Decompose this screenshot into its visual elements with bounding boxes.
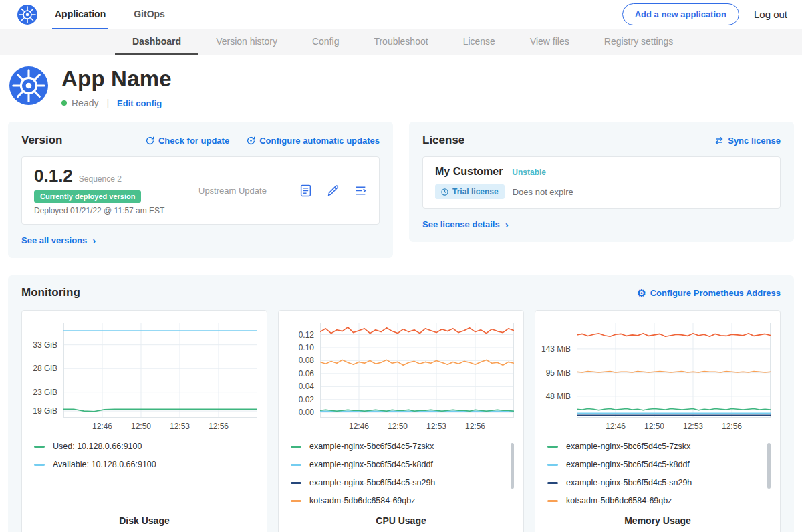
legend-item: Used: 10.128.0.66:9100 [34, 442, 249, 451]
subnav-tab-config[interactable]: Config [295, 29, 356, 55]
cpu-usage-chart-card: 0.120.100.080.060.040.020.00 12:4612:501… [278, 310, 524, 532]
trial-license-badge: Trial license [435, 184, 505, 199]
see-license-details-label: See license details [422, 219, 500, 229]
logout-link[interactable]: Log out [754, 9, 787, 20]
legend-item: example-nginx-5bc6f5d4c5-sn29h [291, 478, 506, 487]
sync-license-label: Sync license [728, 136, 781, 146]
chevron-right-icon: › [92, 235, 96, 245]
subnav-tab-troubleshoot[interactable]: Troubleshoot [356, 29, 445, 55]
legend-swatch [291, 482, 301, 484]
topnav-tab-application[interactable]: Application [52, 0, 108, 29]
edit-config-icon[interactable] [327, 184, 340, 197]
see-all-versions-label: See all versions [21, 235, 87, 245]
app-subnav: Dashboard Version history Config Trouble… [0, 29, 802, 55]
current-version-card: 0.1.2 Sequence 2 Currently deployed vers… [21, 156, 380, 225]
legend-scrollbar[interactable] [511, 443, 514, 489]
license-panel: License Sync license My Customer Unstabl… [409, 122, 794, 242]
see-all-versions-link[interactable]: See all versions › [21, 235, 96, 245]
subnav-tab-license[interactable]: License [446, 29, 513, 55]
disk-usage-plot [63, 323, 257, 418]
legend-swatch [547, 500, 558, 502]
disk-x-axis-labels: 12:4612:5012:5312:56 [63, 418, 257, 432]
legend-item: example-nginx-5bc6f5d4c5-k8ddf [547, 460, 763, 469]
configure-prometheus-link[interactable]: ⚙ Configure Prometheus Address [637, 288, 781, 298]
legend-item: example-nginx-5bc6f5d4c5-7zskx [547, 442, 763, 451]
memory-legend: example-nginx-5bc6f5d4c5-7zskx example-n… [547, 442, 771, 505]
monitoring-panel: Monitoring ⚙ Configure Prometheus Addres… [8, 275, 794, 532]
chart-title: Disk Usage [31, 509, 257, 527]
version-number: 0.1.2 [34, 166, 73, 186]
disk-y-axis-labels: 33 GiB28 GiB23 GiB19 GiB [31, 323, 63, 418]
edit-config-link[interactable]: Edit config [117, 98, 162, 108]
trial-license-label: Trial license [452, 187, 499, 196]
legend-label: example-nginx-5bc6f5d4c5-k8ddf [309, 460, 433, 469]
memory-usage-plot [577, 323, 771, 418]
configure-automatic-updates-link[interactable]: Configure automatic updates [247, 136, 380, 146]
legend-swatch [547, 482, 558, 484]
sync-icon [714, 137, 724, 144]
app-title: App Name [61, 66, 172, 92]
legend-scrollbar[interactable] [767, 443, 771, 489]
license-panel-title: License [422, 134, 464, 147]
configure-automatic-updates-label: Configure automatic updates [259, 136, 380, 146]
check-for-update-link[interactable]: Check for update [146, 136, 229, 146]
subnav-tab-version-history[interactable]: Version history [198, 29, 295, 55]
upstream-update-label: Upstream Update [198, 186, 267, 196]
cpu-legend: example-nginx-5bc6f5d4c5-7zskx example-n… [291, 442, 514, 505]
topnav-tab-gitops[interactable]: GitOps [131, 0, 168, 29]
app-logo-icon [9, 66, 61, 105]
subnav-tab-registry-settings[interactable]: Registry settings [587, 29, 690, 55]
legend-item: example-nginx-5bc6f5d4c5-k8ddf [291, 460, 506, 469]
memory-x-axis-labels: 12:4612:5012:5312:56 [577, 418, 771, 432]
configure-prometheus-label: Configure Prometheus Address [650, 288, 781, 298]
legend-item: kotsadm-5db6dc6584-69qbz [547, 496, 763, 505]
legend-swatch [547, 464, 558, 466]
chart-title: CPU Usage [288, 509, 514, 527]
legend-item: Available: 10.128.0.66:9100 [34, 460, 249, 469]
check-for-update-label: Check for update [158, 136, 229, 146]
status-dot [61, 100, 67, 106]
release-notes-icon[interactable] [299, 184, 312, 197]
add-application-button[interactable]: Add a new application [622, 3, 739, 25]
license-card: My Customer Unstable Trial license Does … [422, 156, 781, 209]
legend-item: example-nginx-5bc6f5d4c5-7zskx [291, 442, 506, 451]
auto-update-icon [247, 136, 255, 145]
chevron-right-icon: › [505, 219, 509, 229]
sync-license-link[interactable]: Sync license [714, 136, 781, 146]
memory-usage-chart-card: 143 MiB95 MiB48 MiB 12:4612:5012:5312:56… [535, 310, 781, 532]
gear-icon: ⚙ [637, 288, 646, 298]
legend-label: kotsadm-5db6dc6584-69qbz [566, 496, 672, 505]
legend-swatch [291, 500, 301, 502]
subnav-tab-view-files[interactable]: View files [513, 29, 587, 55]
legend-label: Available: 10.128.0.66:9100 [53, 460, 156, 469]
top-navbar: Application GitOps Add a new application… [0, 0, 802, 29]
license-expiry: Does not expire [513, 187, 573, 197]
legend-swatch [34, 446, 45, 448]
topnav-tab-application-label: Application [55, 9, 106, 19]
customer-name: My Customer [435, 166, 503, 178]
legend-label: example-nginx-5bc6f5d4c5-sn29h [566, 478, 692, 487]
see-license-details-link[interactable]: See license details › [422, 219, 509, 229]
legend-label: example-nginx-5bc6f5d4c5-7zskx [309, 442, 434, 451]
legend-label: example-nginx-5bc6f5d4c5-k8ddf [566, 460, 690, 469]
legend-item: kotsadm-5db6dc6584-69qbz [291, 496, 506, 505]
legend-swatch [291, 446, 301, 448]
kubernetes-logo-icon [17, 5, 52, 25]
monitoring-title: Monitoring [21, 286, 80, 299]
deploy-logs-icon[interactable] [354, 184, 367, 197]
refresh-icon [146, 136, 154, 145]
legend-swatch [547, 446, 558, 448]
subnav-tab-dashboard[interactable]: Dashboard [115, 29, 198, 55]
cpu-y-axis-labels: 0.120.100.080.060.040.020.00 [288, 323, 320, 418]
cpu-x-axis-labels: 12:4612:5012:5312:56 [320, 418, 514, 432]
memory-y-axis-labels: 143 MiB95 MiB48 MiB [545, 323, 577, 418]
topnav-tab-gitops-label: GitOps [134, 9, 165, 19]
deployed-version-badge: Currently deployed version [34, 190, 141, 203]
legend-label: example-nginx-5bc6f5d4c5-7zskx [566, 442, 690, 451]
deployed-timestamp: Deployed 01/21/22 @ 11:57 am EST [34, 206, 180, 215]
version-panel-title: Version [21, 134, 62, 147]
chart-title: Memory Usage [545, 509, 771, 527]
legend-swatch [291, 464, 301, 466]
version-sequence: Sequence 2 [79, 174, 122, 184]
legend-label: example-nginx-5bc6f5d4c5-sn29h [309, 478, 435, 487]
